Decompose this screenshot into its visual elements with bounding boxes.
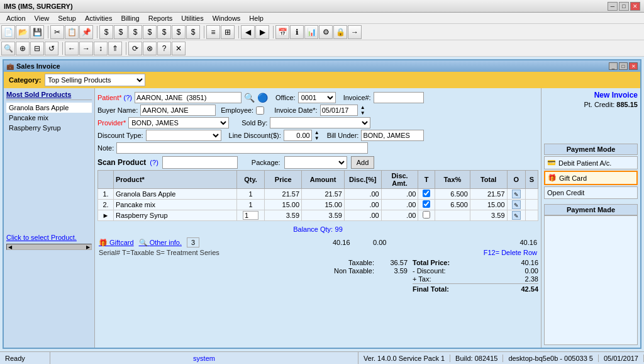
invoice-minimize[interactable]: _	[609, 62, 618, 70]
tb-info[interactable]: ℹ	[290, 25, 304, 39]
tb-paste[interactable]: 📌	[79, 25, 93, 39]
row3-price[interactable]: 3.59	[265, 210, 302, 221]
category-select[interactable]: Top Selling Products	[45, 74, 145, 86]
employee-checkbox[interactable]	[256, 106, 264, 115]
row1-disc-pct[interactable]: .00	[344, 189, 381, 200]
line-discount-input[interactable]	[284, 130, 312, 141]
buyer-input[interactable]	[140, 105, 216, 116]
tb2-help[interactable]: ?	[157, 42, 171, 55]
row3-qty-input[interactable]	[243, 211, 258, 220]
bill-under-input[interactable]	[361, 130, 424, 141]
date-spinner[interactable]: ▲ ▼	[360, 105, 365, 116]
tb-calendar[interactable]: 📅	[275, 25, 289, 39]
note-input[interactable]	[116, 142, 368, 154]
invoice-close[interactable]: ✕	[629, 62, 638, 70]
row1-o[interactable]: ✎	[507, 189, 525, 200]
row2-price[interactable]: 15.00	[265, 200, 302, 210]
sidebar-item-0[interactable]: Granola Bars Apple	[6, 103, 92, 113]
row2-t[interactable]	[418, 200, 435, 210]
tb2-cancel[interactable]: ✕	[172, 42, 186, 55]
menu-windows[interactable]: Windows	[209, 14, 245, 23]
invoice-restore[interactable]: □	[619, 62, 628, 70]
payment-giftcard-btn[interactable]: 🎁 Gift Card	[544, 171, 638, 185]
add-button[interactable]: Add	[351, 156, 375, 169]
row3-disc-amt[interactable]: .00	[381, 210, 418, 221]
office-select[interactable]: 0001	[298, 92, 336, 103]
menu-utilities[interactable]: Utilities	[177, 14, 207, 23]
tb-dollar4[interactable]: $	[143, 25, 157, 39]
scroll-left[interactable]: ◀	[8, 244, 12, 250]
payment-opencredit-btn[interactable]: Open Credit	[544, 186, 638, 199]
row3-tax-checkbox[interactable]	[423, 211, 430, 219]
tb-settings[interactable]: ⚙	[319, 25, 333, 39]
invoice-number-input[interactable]	[374, 92, 424, 103]
minimize-button[interactable]: ─	[608, 2, 618, 11]
new-invoice-button[interactable]: New Invoice	[544, 91, 638, 100]
row3-disc-pct[interactable]: .00	[344, 210, 381, 221]
patient-search-icon[interactable]: 🔍	[244, 93, 255, 103]
row2-tax-pct[interactable]: 6.500	[435, 200, 470, 210]
row1-tax-pct[interactable]: 6.500	[435, 189, 470, 200]
tb-dollar7[interactable]: $	[186, 25, 200, 39]
tb-cut[interactable]: ✂	[50, 25, 64, 39]
tb2-btn8[interactable]: ⇑	[108, 42, 122, 55]
row1-product[interactable]: Granola Bars Apple	[114, 189, 237, 200]
menu-action[interactable]: Action	[3, 14, 30, 23]
menu-help[interactable]: Help	[245, 14, 267, 23]
row2-tax-checkbox[interactable]	[423, 200, 430, 208]
tb-send[interactable]: →	[348, 25, 362, 39]
row1-t[interactable]	[418, 189, 435, 200]
tb2-btn5[interactable]: ←	[65, 42, 79, 55]
tb-chart[interactable]: 📊	[304, 25, 318, 39]
patient-input[interactable]	[135, 92, 242, 103]
scroll-right[interactable]: ▶	[86, 244, 90, 250]
row1-edit-icon[interactable]: ✎	[512, 190, 521, 198]
discount-type-select[interactable]	[146, 130, 221, 141]
row1-price[interactable]: 21.57	[265, 189, 302, 200]
row2-o[interactable]: ✎	[507, 200, 525, 210]
tb-dollar2[interactable]: $	[114, 25, 128, 39]
tb2-btn7[interactable]: ↕	[94, 42, 108, 55]
invoice-date-input[interactable]	[320, 105, 358, 116]
giftcard-link[interactable]: 🎁 Giftcard	[99, 239, 134, 247]
menu-setup[interactable]: Setup	[54, 14, 80, 23]
tb2-btn4[interactable]: ↺	[45, 42, 58, 55]
menu-view[interactable]: View	[31, 14, 53, 23]
row3-o[interactable]: ✎	[507, 210, 525, 221]
tb2-btn1[interactable]: 🔍	[1, 42, 15, 55]
row3-qty[interactable]	[236, 210, 265, 221]
tb-dollar6[interactable]: $	[172, 25, 186, 39]
row3-t[interactable]	[418, 210, 435, 221]
row3-tax-pct[interactable]	[435, 210, 470, 221]
tb-lock[interactable]: 🔒	[333, 25, 347, 39]
tb-dollar5[interactable]: $	[157, 25, 171, 39]
tb2-btn2[interactable]: ⊕	[16, 42, 30, 55]
sold-by-select[interactable]	[270, 117, 370, 128]
tb-arrow-left[interactable]: ◀	[241, 25, 255, 39]
close-button[interactable]: ✕	[630, 2, 640, 11]
sidebar-item-2[interactable]: Raspberry Syrup	[6, 123, 92, 133]
click-to-select[interactable]: Click to select Product.	[6, 234, 77, 241]
package-select[interactable]	[284, 156, 347, 169]
patient-info-icon[interactable]: 🔵	[257, 93, 268, 103]
tb2-refresh[interactable]: ⟳	[128, 42, 142, 55]
tb-list[interactable]: ≡	[206, 25, 220, 39]
provider-select[interactable]: BOND, JAMES	[128, 117, 229, 128]
menu-billing[interactable]: Billing	[117, 14, 143, 23]
row2-disc-amt[interactable]: .00	[381, 200, 418, 210]
row1-tax-checkbox[interactable]	[423, 190, 430, 197]
tb-new[interactable]: 📄	[1, 25, 15, 39]
menu-activities[interactable]: Activities	[81, 14, 116, 23]
tb-open[interactable]: 📂	[16, 25, 30, 39]
tb-dollar3[interactable]: $	[128, 25, 142, 39]
tb-grid[interactable]: ⊞	[221, 25, 235, 39]
tb-copy[interactable]: 📋	[65, 25, 79, 39]
row1-qty[interactable]: 1	[236, 189, 265, 200]
other-info-link[interactable]: 🔍 Other info.	[139, 239, 182, 247]
tb-dollar1[interactable]: $	[99, 25, 113, 39]
menu-reports[interactable]: Reports	[145, 14, 177, 23]
row2-edit-icon[interactable]: ✎	[512, 200, 521, 209]
sidebar-item-1[interactable]: Pancake mix	[6, 113, 92, 123]
row2-product[interactable]: Pancake mix	[114, 200, 237, 210]
payment-debit-btn[interactable]: 💳 Debit Patient A/c.	[544, 156, 638, 169]
